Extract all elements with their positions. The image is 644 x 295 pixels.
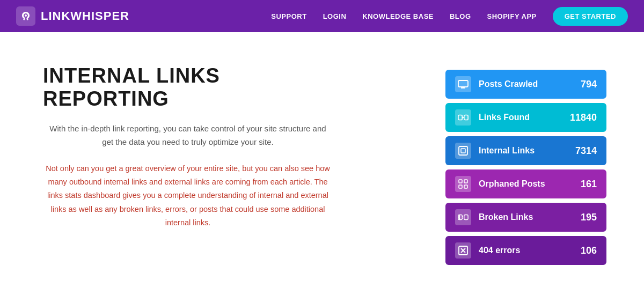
stat-row-left: Links Found: [455, 109, 530, 126]
stat-value-internal-links: 7314: [575, 145, 597, 157]
stat-row-left: Orphaned Posts: [455, 176, 545, 192]
link-icon: [455, 109, 471, 126]
svg-rect-13: [464, 215, 468, 219]
stat-row-orphaned-posts: Orphaned Posts 161: [445, 169, 606, 198]
stat-row-left: Internal Links: [455, 143, 535, 159]
stat-row-left: Broken Links: [455, 209, 533, 225]
stat-label-404-errors: 404 errors: [479, 246, 520, 255]
navbar: LinkWhisper Support Login Knowledge Base…: [0, 0, 644, 32]
stat-label-posts-crawled: Posts Crawled: [479, 79, 538, 89]
nav-support[interactable]: Support: [271, 12, 306, 20]
get-started-button[interactable]: Get Started: [553, 7, 628, 26]
svg-rect-6: [459, 146, 467, 155]
stat-label-orphaned-posts: Orphaned Posts: [479, 179, 545, 189]
main-content: Internal Links Reporting With the in-dep…: [0, 32, 644, 286]
nav-links: Support Login Knowledge Base Blog Shopif…: [271, 7, 628, 26]
svg-rect-10: [459, 185, 462, 188]
stat-row-404-errors: 404 errors 106: [445, 236, 606, 265]
grid-icon: [455, 176, 471, 192]
stat-row-left: Posts Crawled: [455, 76, 538, 92]
svg-rect-3: [458, 115, 462, 120]
broken-link-icon: [455, 209, 471, 225]
stat-label-links-found: Links Found: [479, 113, 530, 122]
x-box-icon: [455, 242, 471, 259]
stats-panel: Posts Crawled 794 Links Found 11840: [445, 70, 606, 265]
stat-label-broken-links: Broken Links: [479, 212, 533, 222]
stat-row-internal-links: Internal Links 7314: [445, 136, 606, 165]
stat-label-internal-links: Internal Links: [479, 146, 535, 156]
monitor-icon: [455, 76, 471, 92]
svg-rect-9: [464, 180, 467, 183]
stat-value-posts-crawled: 794: [581, 79, 597, 90]
stat-value-broken-links: 195: [581, 212, 597, 223]
left-column: Internal Links Reporting With the in-dep…: [43, 64, 333, 230]
nav-blog[interactable]: Blog: [450, 12, 471, 20]
stat-row-links-found: Links Found 11840: [445, 103, 606, 132]
nav-knowledge-base[interactable]: Knowledge Base: [362, 12, 434, 20]
page-title: Internal Links Reporting: [43, 64, 333, 110]
svg-rect-11: [464, 185, 467, 188]
stat-value-404-errors: 106: [581, 245, 597, 256]
stat-row-left: 404 errors: [455, 242, 520, 259]
stat-row-broken-links: Broken Links 195: [445, 203, 606, 232]
nav-login[interactable]: Login: [323, 12, 347, 20]
svg-rect-4: [464, 115, 468, 120]
description-1: With the in-depth link reporting, you ca…: [43, 122, 333, 149]
stat-value-links-found: 11840: [570, 112, 597, 123]
square-icon: [455, 143, 471, 159]
logo-text: LinkWhisper: [41, 9, 129, 23]
svg-rect-7: [461, 149, 465, 153]
svg-rect-0: [458, 80, 468, 87]
nav-shopify-app[interactable]: Shopify App: [487, 12, 537, 20]
description-2: Not only can you get a great overview of…: [43, 162, 333, 230]
logo-icon: [16, 6, 35, 26]
svg-rect-8: [459, 180, 462, 183]
logo: LinkWhisper: [16, 6, 129, 26]
stat-row-posts-crawled: Posts Crawled 794: [445, 70, 606, 99]
stat-value-orphaned-posts: 161: [581, 179, 597, 190]
